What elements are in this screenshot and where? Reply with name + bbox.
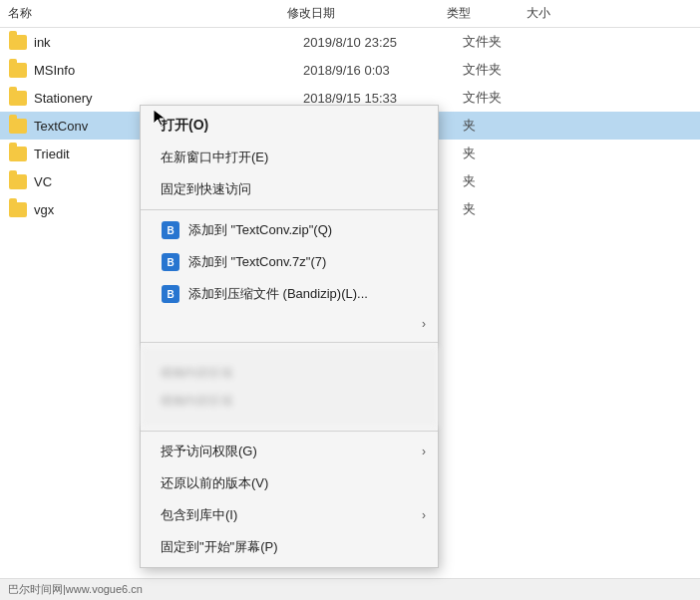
menu-item-label: 打开(O) xyxy=(161,117,208,135)
menu-separator xyxy=(141,431,438,432)
menu-item-pin-start[interactable]: 固定到"开始"屏幕(P) xyxy=(141,531,438,563)
menu-item-label: 在新窗口中打开(E) xyxy=(161,149,268,166)
file-date: 2019/8/10 23:25 xyxy=(303,35,463,50)
col-name: 名称 xyxy=(8,5,227,22)
menu-separator xyxy=(141,209,438,210)
menu-separator xyxy=(141,342,438,343)
file-type: 夹 xyxy=(463,117,542,135)
file-type: 夹 xyxy=(463,172,542,190)
column-headers: 名称 修改日期 类型 大小 xyxy=(0,0,700,28)
bottom-bar-text: 巴尔时间网|www.vogue6.cn xyxy=(8,582,143,597)
menu-item-pin-quick[interactable]: 固定到快速访问 xyxy=(141,173,438,205)
menu-item-add-7z[interactable]: B 添加到 "TextConv.7z"(7) xyxy=(141,246,438,278)
menu-item-label: 还原以前的版本(V) xyxy=(161,474,268,492)
folder-icon xyxy=(8,61,28,79)
bandizip-icon: B xyxy=(161,252,180,272)
context-menu: 打开(O) 在新窗口中打开(E) 固定到快速访问 B 添加到 "TextConv… xyxy=(140,105,439,568)
file-type: 文件夹 xyxy=(463,61,542,79)
file-name: MSInfo xyxy=(34,63,243,78)
menu-item-more[interactable]: › xyxy=(141,310,438,338)
folder-icon xyxy=(8,200,28,218)
file-explorer: 名称 修改日期 类型 大小 ink 2019/8/10 23:25 文件夹 MS… xyxy=(0,0,700,600)
chevron-right-icon: › xyxy=(422,317,426,331)
menu-item-add-custom[interactable]: B 添加到压缩文件 (Bandizip)(L)... xyxy=(141,278,438,310)
menu-item-label: 添加到压缩文件 (Bandizip)(L)... xyxy=(188,285,368,303)
menu-item-add-zip[interactable]: B 添加到 "TextConv.zip"(Q) xyxy=(141,214,438,246)
chevron-right-icon: › xyxy=(422,445,426,458)
bottom-bar: 巴尔时间网|www.vogue6.cn xyxy=(0,578,700,600)
menu-item-label: 固定到快速访问 xyxy=(161,180,251,198)
bandizip-icon: B xyxy=(161,220,180,240)
folder-icon xyxy=(8,89,28,107)
menu-item-include-lib[interactable]: 包含到库中(I) › xyxy=(141,499,438,531)
list-item[interactable]: MSInfo 2018/9/16 0:03 文件夹 xyxy=(0,56,700,84)
bandizip-icon: B xyxy=(161,284,180,304)
menu-item-label: 授予访问权限(G) xyxy=(161,443,257,460)
file-type: 夹 xyxy=(463,145,542,162)
file-date: 2018/9/15 15:33 xyxy=(303,91,463,106)
folder-icon xyxy=(8,117,28,135)
file-name: Stationery xyxy=(34,91,243,106)
col-type: 类型 xyxy=(447,5,526,22)
menu-item-label: 包含到库中(I) xyxy=(161,506,237,524)
file-type: 文件夹 xyxy=(463,33,542,51)
col-size: 大小 xyxy=(526,5,586,22)
file-type: 夹 xyxy=(463,200,542,218)
menu-item-restore[interactable]: 还原以前的版本(V) xyxy=(141,467,438,499)
file-name: ink xyxy=(34,35,243,50)
chevron-right-icon: › xyxy=(422,508,426,522)
folder-icon xyxy=(8,33,28,51)
menu-item-label: 添加到 "TextConv.7z"(7) xyxy=(188,253,326,271)
menu-item-access[interactable]: 授予访问权限(G) › xyxy=(141,436,438,467)
menu-item-label: 添加到 "TextConv.zip"(Q) xyxy=(188,221,332,239)
menu-blurred-section: 模糊内容区域 模糊内容区域 xyxy=(141,347,438,427)
list-item[interactable]: ink 2019/8/10 23:25 文件夹 xyxy=(0,28,700,56)
col-date: 修改日期 xyxy=(287,5,447,22)
file-type: 文件夹 xyxy=(463,89,542,107)
menu-item-open[interactable]: 打开(O) xyxy=(141,110,438,142)
menu-item-open-new[interactable]: 在新窗口中打开(E) xyxy=(141,142,438,173)
folder-icon xyxy=(8,145,28,162)
folder-icon xyxy=(8,172,28,190)
file-date: 2018/9/16 0:03 xyxy=(303,63,463,78)
menu-item-label: 固定到"开始"屏幕(P) xyxy=(161,538,278,556)
